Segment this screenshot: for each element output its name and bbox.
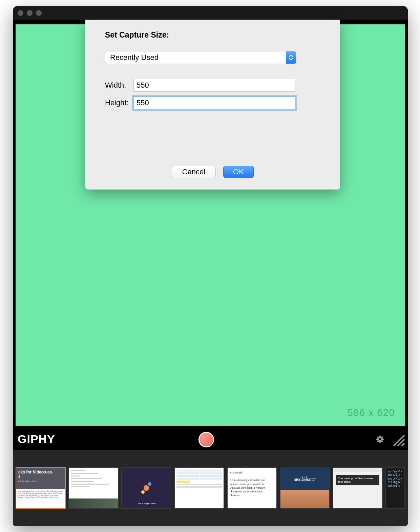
thumbnail-text: e scoundrel. etetur adipiscing elit, sed… xyxy=(230,471,265,497)
thumbnail-code: ss="nav"> ome</li> bout</li> ricing</l o… xyxy=(387,470,402,487)
brand-logo: GIPHY xyxy=(18,433,55,446)
thumbnail-item[interactable]: You must go offline to view this page. xyxy=(333,467,383,509)
dropdown-toggle-icon xyxy=(286,51,296,64)
settings-button[interactable] xyxy=(374,433,386,445)
width-label: Width: xyxy=(105,81,133,90)
resize-grip-icon xyxy=(391,433,406,447)
toolbar: GIPHY xyxy=(13,428,408,450)
height-label: Height: xyxy=(105,98,133,107)
height-input[interactable] xyxy=(133,96,295,109)
thumbnail-item[interactable]: cks for Videos-as- s FEBRUARY 1, 2018 us… xyxy=(16,467,66,509)
set-capture-size-dialog: Set Capture Size: Recently Used Width: H… xyxy=(85,20,340,190)
cancel-button[interactable]: Cancel xyxy=(172,166,216,178)
dialog-title: Set Capture Size: xyxy=(105,30,320,40)
height-field-row: Height: xyxy=(105,96,320,109)
preset-dropdown-value: Recently Used xyxy=(110,53,159,62)
thumbnail-title: cks for Videos-as- s xyxy=(18,470,53,479)
thumbnail-item[interactable]: e scoundrel. etetur adipiscing elit, sed… xyxy=(227,467,277,509)
record-button[interactable] xyxy=(198,432,214,447)
close-window-button[interactable] xyxy=(18,10,23,16)
svg-line-2 xyxy=(402,443,404,446)
thumbnail-item[interactable]: THE DISCONNECT xyxy=(280,467,330,509)
width-input[interactable] xyxy=(133,79,295,92)
thumbnail-date: FEBRUARY 1, 2018 xyxy=(18,480,63,483)
thumbnail-item[interactable]: Click & drag to rotate xyxy=(121,467,171,509)
titlebar[interactable] xyxy=(13,6,408,20)
ok-button[interactable]: OK xyxy=(223,166,254,178)
canvas-dimensions-label: 586 x 620 xyxy=(347,407,395,418)
history-thumbnail-strip[interactable]: cks for Videos-as- s FEBRUARY 1, 2018 us… xyxy=(13,450,408,526)
gear-icon xyxy=(375,434,385,445)
thumbnail-item[interactable] xyxy=(174,467,224,509)
preset-dropdown[interactable]: Recently Used xyxy=(105,51,296,64)
thumbnail-item[interactable]: ss="nav"> ome</li> bout</li> ricing</l o… xyxy=(385,467,405,509)
resize-grip[interactable] xyxy=(391,433,406,447)
app-window: 586 x 620 Set Capture Size: Recently Use… xyxy=(13,6,408,526)
width-field-row: Width: xyxy=(105,79,320,92)
minimize-window-button[interactable] xyxy=(27,10,33,16)
thumbnail-item[interactable] xyxy=(68,467,119,509)
dialog-button-row: Cancel OK xyxy=(85,166,340,178)
zoom-window-button[interactable] xyxy=(36,10,42,16)
thumbnail-title: DISCONNECT xyxy=(294,478,316,482)
thumbnail-message: You must go offline to view this page. xyxy=(336,475,379,485)
